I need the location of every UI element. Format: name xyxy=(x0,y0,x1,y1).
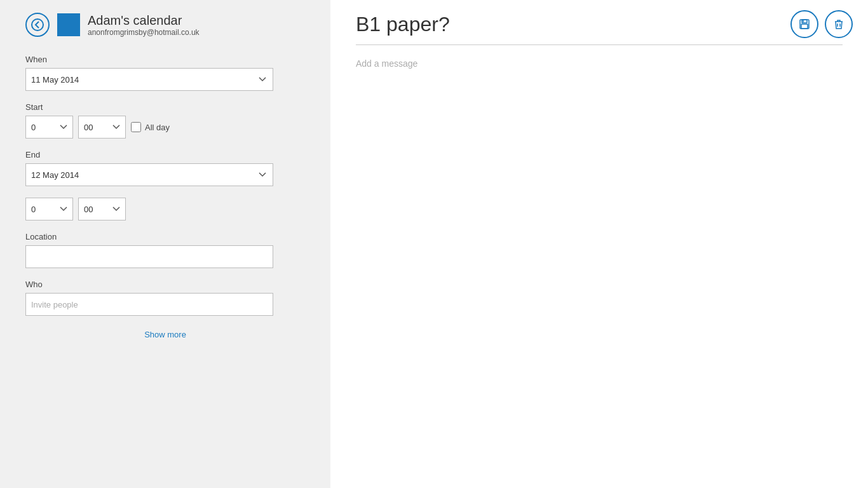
back-arrow-icon xyxy=(31,18,44,31)
allday-label: All day xyxy=(145,123,170,132)
calendar-name: Adam's calendar xyxy=(88,13,200,28)
end-minute-select[interactable]: 00 15 30 45 xyxy=(78,198,126,220)
when-field-group: When 11 May 2014 12 May 2014 13 May 2014 xyxy=(25,55,305,91)
show-more-button[interactable]: Show more xyxy=(25,330,305,339)
start-minute-select[interactable]: 00 15 30 45 xyxy=(78,116,126,139)
message-placeholder: Add a message xyxy=(356,58,417,69)
event-header: B1 paper? xyxy=(330,0,868,38)
start-field-group: Start 0 1 2 3 4 5 6 7 8 9 10 11 12 13 14… xyxy=(25,102,305,139)
invite-people-input[interactable] xyxy=(25,293,273,316)
location-field-group: Location xyxy=(25,232,305,268)
svg-rect-2 xyxy=(802,20,807,23)
when-label: When xyxy=(25,55,305,64)
end-date-select[interactable]: 12 May 2014 13 May 2014 14 May 2014 xyxy=(25,163,273,186)
back-button[interactable] xyxy=(25,13,50,37)
start-time-row: 0 1 2 3 4 5 6 7 8 9 10 11 12 13 14 15 16… xyxy=(25,116,305,139)
right-panel: B1 paper? Ad xyxy=(330,0,868,488)
calendar-color-swatch xyxy=(57,13,80,36)
end-time-field-group: 0 1 2 3 4 5 6 7 8 9 10 11 12 13 14 15 16… xyxy=(25,198,305,220)
delete-button[interactable] xyxy=(825,10,853,38)
save-icon xyxy=(798,18,811,30)
allday-checkbox[interactable] xyxy=(131,122,141,132)
allday-row: All day xyxy=(131,122,170,132)
start-hour-select[interactable]: 0 1 2 3 4 5 6 7 8 9 10 11 12 13 14 15 16… xyxy=(25,116,73,139)
who-label: Who xyxy=(25,280,305,289)
message-area: Add a message xyxy=(330,45,868,488)
start-label: Start xyxy=(25,102,305,112)
svg-point-0 xyxy=(32,19,43,30)
save-button[interactable] xyxy=(790,10,818,38)
action-buttons xyxy=(790,10,853,38)
location-input[interactable] xyxy=(25,245,273,268)
when-date-select[interactable]: 11 May 2014 12 May 2014 13 May 2014 xyxy=(25,68,273,91)
header: Adam's calendar anonfromgrimsby@hotmail.… xyxy=(25,13,305,37)
user-email: anonfromgrimsby@hotmail.co.uk xyxy=(88,28,200,37)
left-panel: Adam's calendar anonfromgrimsby@hotmail.… xyxy=(0,0,330,488)
end-field-group: End 12 May 2014 13 May 2014 14 May 2014 xyxy=(25,150,305,186)
who-field-group: Who xyxy=(25,280,305,316)
end-hour-select[interactable]: 0 1 2 3 4 5 6 7 8 9 10 11 12 13 14 15 16… xyxy=(25,198,73,220)
trash-icon xyxy=(832,18,845,30)
header-text: Adam's calendar anonfromgrimsby@hotmail.… xyxy=(88,13,200,37)
event-title: B1 paper? xyxy=(356,13,450,36)
location-label: Location xyxy=(25,232,305,241)
end-label: End xyxy=(25,150,305,159)
svg-rect-3 xyxy=(801,24,808,29)
end-time-row: 0 1 2 3 4 5 6 7 8 9 10 11 12 13 14 15 16… xyxy=(25,198,305,220)
